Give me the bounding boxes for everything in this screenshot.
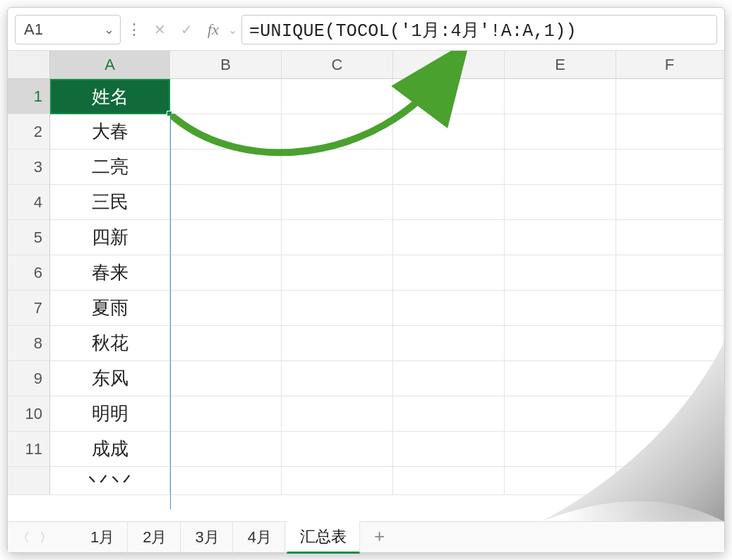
cancel-formula-button[interactable]: ✕ <box>148 16 172 43</box>
cell-A6[interactable]: 春来 <box>50 255 170 291</box>
cell-F10[interactable] <box>616 396 724 432</box>
cell-D8[interactable] <box>393 326 505 361</box>
name-box[interactable]: A1 ⌄ <box>15 15 121 44</box>
cell-A11[interactable]: 成成 <box>50 432 170 467</box>
cell-A9[interactable]: 东风 <box>50 361 170 396</box>
cell-D2[interactable] <box>393 114 505 150</box>
row-header-4[interactable]: 4 <box>8 185 50 220</box>
cell-E9[interactable] <box>505 361 616 396</box>
row-header-partial[interactable] <box>8 467 50 495</box>
cell-E10[interactable] <box>505 396 616 432</box>
cell-D4[interactable] <box>393 185 505 220</box>
row-header-5[interactable]: 5 <box>8 220 50 255</box>
column-header-A[interactable]: A <box>50 51 170 79</box>
column-header-B[interactable]: B <box>170 51 282 79</box>
cell-D1[interactable] <box>393 79 505 114</box>
cell-grid[interactable]: 姓名 大春 二亮 <box>50 79 724 495</box>
sheet-tab-1[interactable]: 2月 <box>129 521 180 554</box>
cell-A2[interactable]: 大春 <box>50 114 170 150</box>
accept-formula-button[interactable]: ✓ <box>174 16 198 43</box>
cell-E2[interactable] <box>505 114 616 150</box>
cell-B3[interactable] <box>170 150 282 185</box>
cell-B8[interactable] <box>170 326 282 361</box>
insert-function-button[interactable]: fx <box>201 16 225 43</box>
sheet-tab-4[interactable]: 汇总表 <box>287 521 360 554</box>
cell-C4[interactable] <box>282 185 393 220</box>
column-header-E[interactable]: E <box>505 51 616 79</box>
cell-F8[interactable] <box>616 326 724 361</box>
cell-A4[interactable]: 三民 <box>50 185 170 220</box>
cell-F9[interactable] <box>616 361 724 396</box>
cell-D5[interactable] <box>393 220 505 255</box>
cell-A5[interactable]: 四新 <box>50 220 170 255</box>
cell-B9[interactable] <box>170 361 282 396</box>
cell-C3[interactable] <box>282 150 393 185</box>
tab-next-button[interactable]: 〉 <box>36 528 56 547</box>
column-header-C[interactable]: C <box>282 51 393 79</box>
cell-A8[interactable]: 秋花 <box>50 326 170 361</box>
cell-B11[interactable] <box>170 432 282 467</box>
cell-D7[interactable] <box>393 291 505 326</box>
cell-B2[interactable] <box>170 114 282 150</box>
cell-D10[interactable] <box>393 396 505 432</box>
cell-A3[interactable]: 二亮 <box>50 150 170 185</box>
cell-F6[interactable] <box>616 255 724 291</box>
cell-B4[interactable] <box>170 185 282 220</box>
cell-F7[interactable] <box>616 291 724 326</box>
row-header-10[interactable]: 10 <box>8 396 50 432</box>
tab-prev-button[interactable]: 〈 <box>13 528 33 547</box>
cell-C12-partial[interactable] <box>282 467 393 495</box>
chevron-down-icon[interactable]: ⌄ <box>104 22 114 37</box>
sheet-tab-2[interactable]: 3月 <box>182 521 233 554</box>
cell-B7[interactable] <box>170 291 282 326</box>
row-header-7[interactable]: 7 <box>8 291 50 326</box>
cell-C6[interactable] <box>282 255 393 291</box>
cell-E6[interactable] <box>505 255 616 291</box>
cell-E7[interactable] <box>505 291 616 326</box>
cell-E12-partial[interactable] <box>505 467 616 495</box>
cell-B12-partial[interactable] <box>170 467 282 495</box>
cell-E8[interactable] <box>505 326 616 361</box>
cell-F3[interactable] <box>616 150 724 185</box>
cell-E3[interactable] <box>505 150 616 185</box>
cell-A7[interactable]: 夏雨 <box>50 291 170 326</box>
column-header-F[interactable]: F <box>616 51 724 79</box>
cell-C11[interactable] <box>282 432 393 467</box>
cell-F2[interactable] <box>616 114 724 150</box>
cell-F5[interactable] <box>616 220 724 255</box>
select-all-corner[interactable] <box>8 51 50 79</box>
row-header-8[interactable]: 8 <box>8 326 50 361</box>
cell-E5[interactable] <box>505 220 616 255</box>
cell-D11[interactable] <box>393 432 505 467</box>
cell-E11[interactable] <box>505 432 616 467</box>
cell-B6[interactable] <box>170 255 282 291</box>
formula-input[interactable]: =UNIQUE(TOCOL('1月:4月'!A:A,1)) <box>241 15 717 44</box>
cell-B10[interactable] <box>170 396 282 432</box>
cell-A12-partial[interactable]: 丷 丷 <box>50 467 170 495</box>
row-header-2[interactable]: 2 <box>8 114 50 150</box>
cell-E4[interactable] <box>505 185 616 220</box>
cell-F11[interactable] <box>616 432 724 467</box>
cell-C7[interactable] <box>282 291 393 326</box>
cell-B5[interactable] <box>170 220 282 255</box>
cell-F1[interactable] <box>616 79 724 114</box>
row-header-1[interactable]: 1 <box>8 79 50 114</box>
cell-E1[interactable] <box>505 79 616 114</box>
cell-C8[interactable] <box>282 326 393 361</box>
row-header-9[interactable]: 9 <box>8 361 50 396</box>
cell-A1[interactable]: 姓名 <box>50 79 170 114</box>
sheet-tab-3[interactable]: 4月 <box>234 521 285 554</box>
cell-D9[interactable] <box>393 361 505 396</box>
cell-C9[interactable] <box>282 361 393 396</box>
cell-D6[interactable] <box>393 255 505 291</box>
cell-F4[interactable] <box>616 185 724 220</box>
cell-D3[interactable] <box>393 150 505 185</box>
sheet-tab-0[interactable]: 1月 <box>77 521 128 554</box>
column-header-D[interactable]: D <box>393 51 505 79</box>
cell-D12-partial[interactable] <box>393 467 505 495</box>
chevron-down-icon[interactable]: ⌄ <box>228 23 237 37</box>
cell-F12-partial[interactable] <box>616 467 724 495</box>
cell-C2[interactable] <box>282 114 393 150</box>
cell-A10[interactable]: 明明 <box>50 396 170 432</box>
cell-B1[interactable] <box>170 79 282 114</box>
